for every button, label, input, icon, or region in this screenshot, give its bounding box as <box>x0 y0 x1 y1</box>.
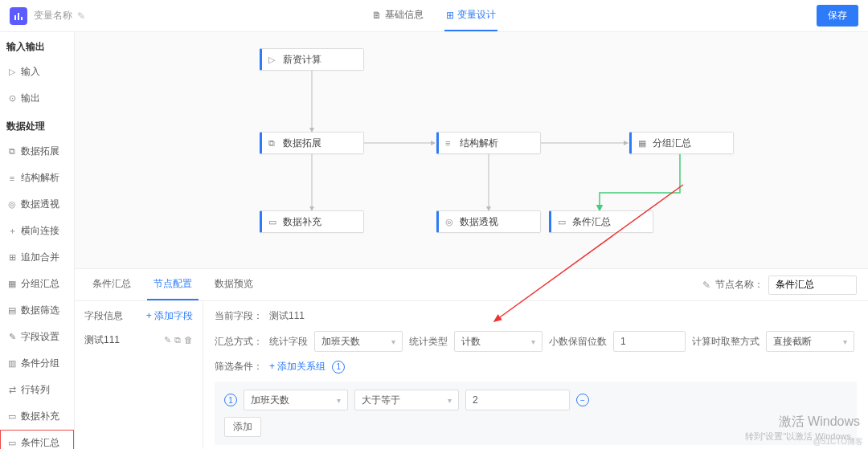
field-info-label: 字段信息 <box>84 309 123 323</box>
sidebar-icon: ⇄ <box>7 386 17 395</box>
edit-title-icon[interactable]: ✎ <box>77 10 85 22</box>
node-pivot[interactable]: ◎数据透视 <box>436 210 541 233</box>
node-struct-parse[interactable]: ≡结构解析 <box>436 132 541 154</box>
round-label: 计算时取整方式 <box>692 335 760 349</box>
edit-icon[interactable]: ✎ <box>702 280 710 291</box>
bottom-tab-preview[interactable]: 数据预览 <box>208 269 260 300</box>
node-cond-summary[interactable]: ▭条件汇总 <box>549 210 653 233</box>
group-index-badge: 1 <box>224 394 237 406</box>
chevron-down-icon: ▾ <box>843 337 847 346</box>
flow-canvas[interactable]: ▷薪资计算 ⧉数据拓展 ≡结构解析 ▦分组汇总 ▭数据补充 ◎数据透视 ▭条件汇… <box>75 32 868 269</box>
cond-value-input[interactable] <box>465 390 570 410</box>
box-icon: ▭ <box>558 217 567 227</box>
corner-watermark: @51CTO博客 <box>813 436 863 447</box>
sidebar-proc-item[interactable]: ▭数据补充 <box>0 403 74 430</box>
method-label: 汇总方式： <box>215 335 263 349</box>
node-group-summary[interactable]: ▦分组汇总 <box>629 132 734 154</box>
sidebar: 输入输出 ▷输入⊙输出 数据处理 ⧉数据拓展≡结构解析◎数据透视＋横向连接⊞追加… <box>0 32 75 449</box>
add-relation-button[interactable]: + 添加关系组 <box>269 360 326 373</box>
svg-rect-0 <box>14 15 16 20</box>
sidebar-icon: ⊞ <box>7 253 17 263</box>
tab-variable-design[interactable]: ⊞ 变量设计 <box>444 0 497 31</box>
sidebar-icon: ▥ <box>7 359 17 369</box>
delete-field-icon[interactable]: 🗑 <box>184 335 193 345</box>
bottom-tab-summary[interactable]: 条件汇总 <box>86 269 137 300</box>
cond-op-select[interactable]: 大于等于▾ <box>354 390 459 410</box>
grid-icon: ▦ <box>638 138 648 149</box>
add-field-button[interactable]: + 添加字段 <box>146 309 193 323</box>
box-icon: ▭ <box>268 217 278 227</box>
node-name-input[interactable] <box>768 276 857 295</box>
sidebar-proc-item[interactable]: ◎数据透视 <box>0 191 74 218</box>
current-field-label: 当前字段： <box>215 309 263 323</box>
filter-label: 筛选条件： <box>215 360 263 373</box>
list-icon: ≡ <box>445 138 455 148</box>
decimal-label: 小数保留位数 <box>549 335 607 349</box>
sidebar-proc-item[interactable]: ≡结构解析 <box>0 165 74 191</box>
cond-field-select[interactable]: 加班天数▾ <box>244 390 348 410</box>
stat-type-label: 统计类型 <box>409 335 448 349</box>
svg-rect-2 <box>21 17 23 20</box>
sidebar-io-item[interactable]: ⊙输出 <box>0 85 74 112</box>
sidebar-io-item[interactable]: ▷输入 <box>0 59 74 85</box>
sidebar-icon: ▦ <box>7 280 17 289</box>
svg-rect-1 <box>18 13 19 20</box>
sidebar-proc-item[interactable]: ▭条件汇总 <box>0 430 74 449</box>
field-name: 测试111 <box>84 333 120 347</box>
sidebar-icon: ≡ <box>7 173 17 183</box>
stat-type-select[interactable]: 计数▾ <box>454 331 542 352</box>
app-logo <box>10 7 27 25</box>
sidebar-icon: ▷ <box>7 67 17 77</box>
expand-icon: ⧉ <box>268 138 278 149</box>
add-condition-button[interactable]: 添加 <box>224 417 261 437</box>
round-select[interactable]: 直接截断▾ <box>766 331 854 352</box>
document-icon: 🗎 <box>372 10 382 21</box>
sidebar-proc-item[interactable]: ▤数据筛选 <box>0 297 74 324</box>
sidebar-icon: ▭ <box>7 412 17 422</box>
design-icon: ⊞ <box>446 10 454 21</box>
sidebar-section-io: 输入输出 <box>0 32 74 59</box>
sidebar-icon: ⊙ <box>7 94 17 104</box>
stat-field-select[interactable]: 加班天数▾ <box>314 331 403 352</box>
sidebar-section-proc: 数据处理 <box>0 112 74 138</box>
sidebar-proc-item[interactable]: ＋横向连接 <box>0 218 74 244</box>
field-row[interactable]: 测试111 ✎ ⧉ 🗑 <box>84 329 193 351</box>
sidebar-proc-item[interactable]: ✎字段设置 <box>0 324 74 350</box>
sidebar-proc-item[interactable]: ⊞追加合并 <box>0 244 74 271</box>
edit-field-icon[interactable]: ✎ <box>164 335 171 345</box>
chevron-down-icon: ▾ <box>391 337 395 346</box>
sidebar-icon: ⧉ <box>7 147 17 157</box>
node-data-fill[interactable]: ▭数据补充 <box>260 210 364 233</box>
chevron-down-icon: ▾ <box>531 337 535 346</box>
node-salary-calc[interactable]: ▷薪资计算 <box>260 48 364 71</box>
node-data-expand[interactable]: ⧉数据拓展 <box>260 132 364 154</box>
chevron-down-icon: ▾ <box>448 396 452 405</box>
eye-icon: ◎ <box>445 217 455 227</box>
sidebar-icon: ▭ <box>7 439 17 448</box>
decimal-input[interactable] <box>613 331 686 352</box>
sidebar-proc-item[interactable]: ⇄行转列 <box>0 377 74 403</box>
save-button[interactable]: 保存 <box>817 5 858 27</box>
page-title: 变量名称 <box>34 9 72 22</box>
sidebar-proc-item[interactable]: ▦分组汇总 <box>0 271 74 297</box>
remove-condition-button[interactable]: − <box>576 394 589 406</box>
sidebar-icon: ＋ <box>7 227 17 236</box>
current-field-value: 测试111 <box>269 309 305 323</box>
tab-basic-info[interactable]: 🗎 基础信息 <box>371 0 425 31</box>
stat-field-label: 统计字段 <box>269 335 308 349</box>
sidebar-icon: ▤ <box>7 306 17 316</box>
sidebar-icon: ✎ <box>7 333 17 342</box>
copy-field-icon[interactable]: ⧉ <box>174 335 181 345</box>
group-badge: 1 <box>332 361 345 373</box>
sidebar-icon: ◎ <box>7 200 17 210</box>
bottom-tab-config[interactable]: 节点配置 <box>147 269 199 300</box>
sidebar-proc-item[interactable]: ⧉数据拓展 <box>0 138 74 165</box>
node-name-label: 节点名称： <box>715 278 764 292</box>
play-icon: ▷ <box>268 55 278 65</box>
sidebar-proc-item[interactable]: ▥条件分组 <box>0 350 74 377</box>
chevron-down-icon: ▾ <box>337 396 341 405</box>
